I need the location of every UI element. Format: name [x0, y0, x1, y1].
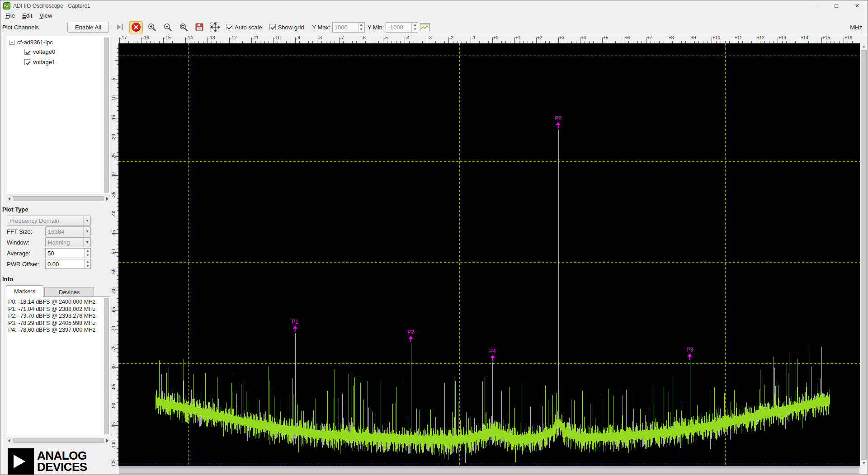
- ymax-spinner[interactable]: [358, 23, 364, 32]
- device-tree-row[interactable]: cf-ad9361-lpc: [6, 36, 110, 47]
- tree-expander-icon[interactable]: [9, 40, 14, 45]
- x-axis-label: +9: [691, 35, 696, 40]
- fft-size-select[interactable]: 16384: [45, 226, 91, 236]
- minimize-button[interactable]: –: [805, 0, 826, 11]
- info-scroll-thumb[interactable]: [104, 298, 109, 434]
- x-axis-label: -14: [186, 35, 193, 40]
- channel-row-voltage0[interactable]: voltage0: [6, 47, 110, 57]
- y-axis-label: -45: [111, 226, 118, 240]
- ymin-input[interactable]: [386, 24, 410, 31]
- x-axis-label: -8: [318, 35, 322, 40]
- plot-type-section-label: Plot Type: [2, 206, 111, 213]
- average-spinner[interactable]: [84, 249, 90, 258]
- x-axis-label: -6: [362, 35, 366, 40]
- plot-vertical-scrollbar[interactable]: [860, 43, 868, 466]
- marker-info-row[interactable]: P1: -71.04 dBFS @ 2388.002 MHz: [8, 306, 110, 313]
- x-tick: [536, 38, 537, 43]
- autoscale-toggle[interactable]: Auto scale: [226, 24, 262, 31]
- pwr-offset-input[interactable]: [46, 261, 82, 268]
- x-axis-label: +10: [712, 35, 720, 40]
- x-axis-label: +6: [625, 35, 630, 40]
- tree-hscroll-thumb[interactable]: [13, 196, 104, 201]
- showgrid-toggle[interactable]: Show grid: [269, 24, 304, 31]
- tree-horizontal-scrollbar[interactable]: [6, 195, 110, 202]
- menu-file[interactable]: File: [2, 11, 19, 20]
- scroll-up-arrow[interactable]: [860, 43, 868, 50]
- sidebar: cf-ad9361-lpc voltage0 voltage1 Plot Typ…: [0, 34, 111, 475]
- y-axis-label: -50: [111, 245, 118, 259]
- tab-markers[interactable]: Markers: [6, 285, 43, 297]
- x-axis-label: +1: [515, 35, 520, 40]
- close-button[interactable]: ×: [847, 0, 868, 11]
- channel-row-voltage1[interactable]: voltage1: [6, 57, 110, 67]
- marker-info-row[interactable]: P3: -78.29 dBFS @ 2405.998 MHz: [8, 320, 110, 327]
- x-axis-label: +11: [735, 35, 742, 40]
- menubar: File Edit View: [0, 11, 868, 20]
- enable-all-button[interactable]: Enable All: [67, 22, 109, 33]
- average-input[interactable]: [46, 250, 82, 257]
- x-tick: [580, 38, 580, 43]
- stop-capture-button[interactable]: [129, 21, 143, 33]
- showgrid-label: Show grid: [278, 24, 304, 31]
- x-axis-label: +2: [537, 35, 542, 40]
- x-axis-label: -7: [340, 35, 344, 40]
- ymin-entry: [386, 22, 418, 33]
- scroll-right-arrow[interactable]: [104, 437, 110, 444]
- horizontal-scroll-thumb[interactable]: [119, 467, 859, 474]
- chevron-down-icon: [83, 227, 90, 236]
- y-axis-label: -90: [111, 399, 118, 413]
- window-select[interactable]: Hanning: [45, 237, 91, 247]
- x-tick: [251, 38, 252, 43]
- menu-edit[interactable]: Edit: [19, 11, 36, 20]
- marker-info-row[interactable]: P4: -78.60 dBFS @ 2397.000 MHz: [8, 327, 110, 334]
- ymax-entry: [332, 22, 365, 33]
- x-axis-label: +0: [493, 35, 498, 40]
- info-hscroll-thumb[interactable]: [13, 438, 104, 443]
- autoscale-checkbox[interactable]: [226, 24, 232, 30]
- y-axis-label: -85: [111, 380, 118, 394]
- voltage1-checkbox[interactable]: [24, 59, 30, 65]
- toolbar: Auto scale Show grid Y Max: Y Min:: [111, 20, 868, 34]
- pan-move-button[interactable]: [208, 21, 222, 33]
- plot-type-select[interactable]: Frequency Domain: [7, 216, 91, 226]
- pwr-offset-spinner[interactable]: [84, 259, 90, 268]
- plot-horizontal-scrollbar[interactable]: [118, 466, 860, 475]
- scrollbar-corner: [860, 466, 868, 475]
- ymax-input[interactable]: [333, 24, 357, 31]
- x-tick: [142, 38, 142, 43]
- scroll-left-arrow[interactable]: [6, 437, 12, 444]
- scroll-left-arrow[interactable]: [6, 195, 12, 202]
- x-axis-label: +15: [822, 35, 830, 40]
- spectrum-canvas[interactable]: [118, 43, 860, 466]
- x-axis-label: +14: [801, 35, 808, 40]
- x-axis-label: -13: [208, 35, 215, 40]
- info-vertical-scrollbar[interactable]: [104, 297, 109, 435]
- showgrid-checkbox[interactable]: [269, 24, 276, 30]
- zoom-in-button[interactable]: [145, 21, 159, 33]
- info-horizontal-scrollbar[interactable]: [6, 437, 110, 444]
- tree-vertical-scrollbar[interactable]: [104, 37, 109, 193]
- tree-scroll-thumb[interactable]: [104, 38, 109, 193]
- tab-devices[interactable]: Devices: [44, 287, 94, 297]
- zoom-fit-button[interactable]: [177, 21, 190, 33]
- vertical-scroll-thumb[interactable]: [861, 50, 867, 460]
- y-axis-label: -65: [111, 303, 118, 317]
- scroll-right-arrow[interactable]: [104, 195, 110, 202]
- analog-devices-logo: ANALOG DEVICES: [8, 448, 111, 475]
- marker-info-row[interactable]: P2: -73.70 dBFS @ 2393.276 MHz: [8, 313, 110, 320]
- ymin-spinner[interactable]: [411, 23, 418, 32]
- new-plot-button[interactable]: [418, 21, 432, 33]
- ruler-corner: [111, 34, 118, 43]
- marker-info-row[interactable]: P0: -18.14 dBFS @ 2400.000 MHz: [8, 299, 110, 306]
- zoom-out-button[interactable]: [161, 21, 175, 33]
- x-tick: [317, 38, 317, 43]
- menu-view[interactable]: View: [36, 11, 56, 20]
- ymax-label: Y Max:: [312, 24, 330, 31]
- x-tick: [514, 38, 515, 43]
- voltage0-checkbox[interactable]: [24, 49, 30, 55]
- maximize-button[interactable]: □: [826, 0, 847, 11]
- scroll-down-arrow[interactable]: [860, 460, 868, 466]
- capture-play-button[interactable]: [113, 21, 127, 33]
- x-axis-label: -16: [142, 35, 149, 40]
- save-button[interactable]: [193, 21, 206, 33]
